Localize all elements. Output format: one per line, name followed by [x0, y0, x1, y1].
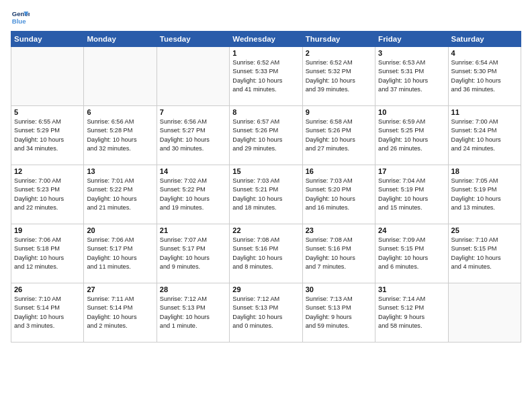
day-info: Sunrise: 7:07 AM Sunset: 5:17 PM Dayligh… [160, 236, 226, 271]
day-info: Sunrise: 7:12 AM Sunset: 5:13 PM Dayligh… [160, 295, 226, 330]
calendar-cell: 4Sunrise: 6:54 AM Sunset: 5:30 PM Daylig… [448, 47, 521, 106]
day-info: Sunrise: 7:00 AM Sunset: 5:23 PM Dayligh… [14, 177, 81, 212]
day-number: 17 [378, 167, 445, 175]
calendar-cell: 24Sunrise: 7:09 AM Sunset: 5:15 PM Dayli… [375, 224, 448, 283]
calendar-header-row: SundayMondayTuesdayWednesdayThursdayFrid… [11, 32, 521, 47]
day-info: Sunrise: 7:00 AM Sunset: 5:24 PM Dayligh… [451, 118, 518, 153]
day-number: 3 [378, 49, 445, 57]
day-info: Sunrise: 7:12 AM Sunset: 5:13 PM Dayligh… [232, 295, 299, 330]
day-number: 28 [160, 285, 226, 293]
calendar-week-2: 5Sunrise: 6:55 AM Sunset: 5:29 PM Daylig… [11, 106, 521, 165]
calendar-cell: 28Sunrise: 7:12 AM Sunset: 5:13 PM Dayli… [157, 283, 229, 342]
day-info: Sunrise: 6:57 AM Sunset: 5:26 PM Dayligh… [232, 118, 299, 153]
calendar-cell: 5Sunrise: 6:55 AM Sunset: 5:29 PM Daylig… [11, 106, 84, 165]
calendar-cell: 26Sunrise: 7:10 AM Sunset: 5:14 PM Dayli… [11, 283, 84, 342]
day-info: Sunrise: 7:04 AM Sunset: 5:19 PM Dayligh… [378, 177, 445, 212]
calendar-week-4: 19Sunrise: 7:06 AM Sunset: 5:18 PM Dayli… [11, 224, 521, 283]
col-header-wednesday: Wednesday [230, 32, 302, 47]
calendar-cell: 21Sunrise: 7:07 AM Sunset: 5:17 PM Dayli… [157, 224, 229, 283]
col-header-friday: Friday [375, 32, 448, 47]
calendar-week-1: 1Sunrise: 6:52 AM Sunset: 5:33 PM Daylig… [11, 47, 521, 106]
calendar-cell: 8Sunrise: 6:57 AM Sunset: 5:26 PM Daylig… [230, 106, 302, 165]
day-number: 27 [87, 285, 153, 293]
day-info: Sunrise: 7:11 AM Sunset: 5:14 PM Dayligh… [87, 295, 153, 330]
calendar-cell: 17Sunrise: 7:04 AM Sunset: 5:19 PM Dayli… [375, 165, 448, 224]
day-number: 14 [160, 167, 226, 175]
day-info: Sunrise: 7:14 AM Sunset: 5:12 PM Dayligh… [378, 295, 445, 330]
calendar-cell: 6Sunrise: 6:56 AM Sunset: 5:28 PM Daylig… [84, 106, 157, 165]
calendar-cell: 3Sunrise: 6:53 AM Sunset: 5:31 PM Daylig… [375, 47, 448, 106]
day-number: 10 [378, 108, 445, 116]
calendar-cell [84, 47, 157, 106]
page: General Blue SundayMondayTuesdayWednesda… [0, 0, 532, 411]
day-number: 4 [451, 49, 518, 57]
day-info: Sunrise: 7:06 AM Sunset: 5:17 PM Dayligh… [87, 236, 153, 271]
day-number: 18 [451, 167, 518, 175]
calendar-cell: 1Sunrise: 6:52 AM Sunset: 5:33 PM Daylig… [230, 47, 302, 106]
calendar-cell: 22Sunrise: 7:08 AM Sunset: 5:16 PM Dayli… [230, 224, 302, 283]
day-info: Sunrise: 7:13 AM Sunset: 5:13 PM Dayligh… [306, 295, 372, 330]
day-info: Sunrise: 6:55 AM Sunset: 5:29 PM Dayligh… [14, 118, 81, 153]
day-number: 23 [306, 226, 372, 234]
calendar-cell [11, 47, 84, 106]
day-number: 12 [14, 167, 81, 175]
day-info: Sunrise: 7:08 AM Sunset: 5:16 PM Dayligh… [306, 236, 372, 271]
calendar-cell: 19Sunrise: 7:06 AM Sunset: 5:18 PM Dayli… [11, 224, 84, 283]
calendar-cell: 23Sunrise: 7:08 AM Sunset: 5:16 PM Dayli… [302, 224, 375, 283]
calendar-cell: 14Sunrise: 7:02 AM Sunset: 5:22 PM Dayli… [157, 165, 229, 224]
day-info: Sunrise: 7:01 AM Sunset: 5:22 PM Dayligh… [87, 177, 153, 212]
day-number: 6 [87, 108, 153, 116]
logo-icon: General Blue [11, 8, 30, 27]
day-number: 15 [232, 167, 299, 175]
calendar-cell: 16Sunrise: 7:03 AM Sunset: 5:20 PM Dayli… [302, 165, 375, 224]
calendar-cell: 29Sunrise: 7:12 AM Sunset: 5:13 PM Dayli… [230, 283, 302, 342]
day-number: 1 [232, 49, 299, 57]
day-number: 13 [87, 167, 153, 175]
day-number: 22 [232, 226, 299, 234]
day-info: Sunrise: 6:52 AM Sunset: 5:33 PM Dayligh… [232, 58, 299, 94]
col-header-saturday: Saturday [448, 32, 521, 47]
calendar-cell: 9Sunrise: 6:58 AM Sunset: 5:26 PM Daylig… [302, 106, 375, 165]
day-number: 5 [14, 108, 81, 116]
day-number: 8 [232, 108, 299, 116]
day-number: 9 [306, 108, 372, 116]
calendar-cell: 11Sunrise: 7:00 AM Sunset: 5:24 PM Dayli… [448, 106, 521, 165]
calendar-cell: 20Sunrise: 7:06 AM Sunset: 5:17 PM Dayli… [84, 224, 157, 283]
col-header-monday: Monday [84, 32, 157, 47]
calendar-cell: 15Sunrise: 7:03 AM Sunset: 5:21 PM Dayli… [230, 165, 302, 224]
day-number: 16 [306, 167, 372, 175]
day-number: 30 [306, 285, 372, 293]
day-info: Sunrise: 7:03 AM Sunset: 5:21 PM Dayligh… [232, 177, 299, 212]
calendar-cell: 10Sunrise: 6:59 AM Sunset: 5:25 PM Dayli… [375, 106, 448, 165]
calendar-cell: 2Sunrise: 6:52 AM Sunset: 5:32 PM Daylig… [302, 47, 375, 106]
calendar-cell [157, 47, 229, 106]
day-number: 24 [378, 226, 445, 234]
day-info: Sunrise: 6:56 AM Sunset: 5:27 PM Dayligh… [160, 118, 226, 153]
day-number: 21 [160, 226, 226, 234]
day-info: Sunrise: 6:56 AM Sunset: 5:28 PM Dayligh… [87, 118, 153, 153]
day-number: 11 [451, 108, 518, 116]
col-header-thursday: Thursday [302, 32, 375, 47]
day-info: Sunrise: 6:53 AM Sunset: 5:31 PM Dayligh… [378, 58, 445, 94]
col-header-sunday: Sunday [11, 32, 84, 47]
calendar-cell: 27Sunrise: 7:11 AM Sunset: 5:14 PM Dayli… [84, 283, 157, 342]
calendar-cell: 12Sunrise: 7:00 AM Sunset: 5:23 PM Dayli… [11, 165, 84, 224]
day-info: Sunrise: 7:05 AM Sunset: 5:19 PM Dayligh… [451, 177, 518, 212]
col-header-tuesday: Tuesday [157, 32, 229, 47]
calendar-cell [448, 283, 521, 342]
calendar-week-3: 12Sunrise: 7:00 AM Sunset: 5:23 PM Dayli… [11, 165, 521, 224]
day-info: Sunrise: 7:08 AM Sunset: 5:16 PM Dayligh… [232, 236, 299, 271]
svg-text:Blue: Blue [12, 17, 26, 25]
day-number: 19 [14, 226, 81, 234]
day-number: 20 [87, 226, 153, 234]
logo: General Blue [11, 8, 30, 27]
day-info: Sunrise: 6:59 AM Sunset: 5:25 PM Dayligh… [378, 118, 445, 153]
day-number: 25 [451, 226, 518, 234]
calendar-week-5: 26Sunrise: 7:10 AM Sunset: 5:14 PM Dayli… [11, 283, 521, 342]
calendar-cell: 30Sunrise: 7:13 AM Sunset: 5:13 PM Dayli… [302, 283, 375, 342]
calendar-cell: 13Sunrise: 7:01 AM Sunset: 5:22 PM Dayli… [84, 165, 157, 224]
calendar-cell: 18Sunrise: 7:05 AM Sunset: 5:19 PM Dayli… [448, 165, 521, 224]
calendar-cell: 31Sunrise: 7:14 AM Sunset: 5:12 PM Dayli… [375, 283, 448, 342]
day-info: Sunrise: 7:02 AM Sunset: 5:22 PM Dayligh… [160, 177, 226, 212]
header: General Blue [11, 8, 521, 27]
